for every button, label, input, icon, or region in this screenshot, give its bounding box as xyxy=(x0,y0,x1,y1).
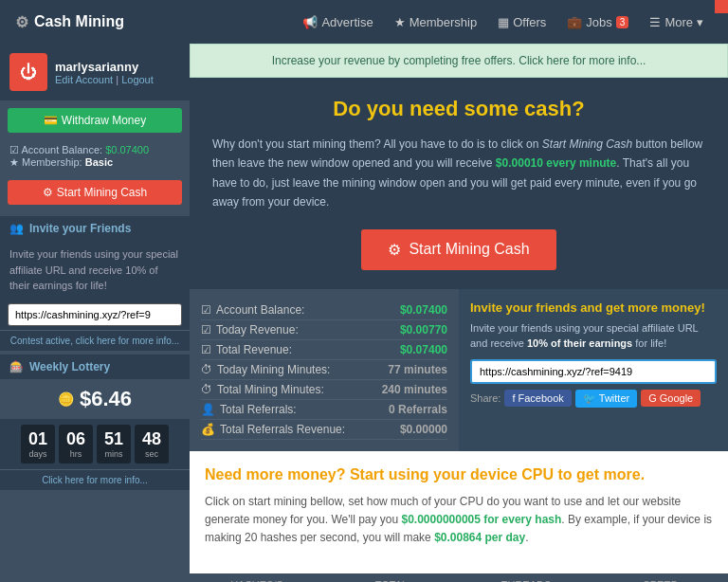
main-content: Increase your revenue by completing free… xyxy=(190,44,728,582)
google-icon: G xyxy=(648,392,657,404)
hamburger-icon: ☰ xyxy=(649,15,661,29)
stat-row: 👤Total Referrals:0 Referrals xyxy=(201,400,447,420)
nav-advertise[interactable]: 📢 Advertise xyxy=(293,9,382,35)
stat-icon: ☑ xyxy=(201,323,211,336)
sidebar-invite-input-wrap xyxy=(8,303,182,326)
stat-row: ☑Total Revenue:$0.07400 xyxy=(201,340,447,360)
power-icon: ⏻ xyxy=(20,63,37,82)
stat-label: ☑Account Balance: xyxy=(201,303,304,317)
share-facebook-button[interactable]: f Facebook xyxy=(504,390,571,407)
hero-paragraph: Why don't you start mining them? All you… xyxy=(212,135,705,212)
sidebar-invite-section: 👥 Invite your Friends Invite your friend… xyxy=(0,216,190,351)
users-icon: 👥 xyxy=(9,222,24,235)
stat-row: 💰Total Referrals Revenue:$0.00000 xyxy=(201,420,447,440)
header-threads: THREADS xyxy=(459,573,593,582)
countdown-days: 01 days xyxy=(21,425,55,464)
stat-label: 💰Total Referrals Revenue: xyxy=(201,423,345,436)
gear-icon-sm: ⚙ xyxy=(43,186,53,199)
star-icon: ★ xyxy=(394,15,406,29)
stat-icon: ⏱ xyxy=(201,363,212,376)
profile-name: marlysarianny xyxy=(55,60,154,74)
stat-row: ☑Account Balance:$0.07400 xyxy=(201,300,447,320)
nav-more[interactable]: ☰ More ▾ xyxy=(640,9,713,35)
nav-jobs[interactable]: 💼 Jobs 3 xyxy=(557,9,638,35)
share-label: Share: xyxy=(470,392,500,404)
lottery-more-link[interactable]: Click here for more info... xyxy=(0,469,190,490)
gear-icon: ⚙ xyxy=(15,13,28,31)
stat-icon: 💰 xyxy=(201,423,215,436)
sidebar: ⏻ marlysarianny Edit Account | Logout 💳 … xyxy=(0,44,190,582)
sidebar-account-info: ☑ Account Balance: $0.07400 ★ Membership… xyxy=(0,140,190,173)
stat-value: 240 minutes xyxy=(382,383,447,396)
stat-icon: 👤 xyxy=(201,403,215,416)
invite-panel-title: Invite your friends and get more money! xyxy=(470,300,717,315)
countdown-secs: 48 sec xyxy=(135,425,169,464)
corner-decoration xyxy=(715,0,728,13)
stat-icon: ⏱ xyxy=(201,383,212,396)
edit-account-link[interactable]: Edit Account xyxy=(55,74,113,85)
cpu-table: HASHES/S TOTAL THREADS SPEED 0 0 8 − / +… xyxy=(190,573,728,582)
stat-row: ⏱Today Mining Minutes:77 minutes xyxy=(201,360,447,380)
top-nav: ⚙ Cash Mining 📢 Advertise ★ Membership ▦… xyxy=(0,0,728,44)
wallet-icon: 💳 xyxy=(44,114,58,127)
invite-description: Invite your friends using your special a… xyxy=(0,241,190,300)
lottery-amount: 🪙 $6.46 xyxy=(0,379,190,419)
invite-panel: Invite your friends and get more money! … xyxy=(459,289,728,451)
countdown-mins: 51 mins xyxy=(97,425,131,464)
stat-value: 77 minutes xyxy=(388,363,447,376)
stat-label: ☑Total Revenue: xyxy=(201,343,292,356)
header-hashes: HASHES/S xyxy=(190,573,324,582)
sidebar-invite-input[interactable] xyxy=(8,303,182,326)
nav-offers[interactable]: ▦ Offers xyxy=(488,9,555,35)
countdown-hrs: 06 hrs xyxy=(59,425,93,464)
lottery-header: 🎰 Weekly Lottery xyxy=(0,355,190,379)
share-row: Share: f Facebook 🐦 Twitter G Google xyxy=(470,390,717,408)
chevron-down-icon: ▾ xyxy=(697,15,703,29)
invite-section-header: 👥 Invite your Friends xyxy=(0,216,190,241)
invite-panel-text: Invite your friends using your special a… xyxy=(470,320,717,352)
advertise-icon: 📢 xyxy=(302,15,318,29)
facebook-icon: f xyxy=(512,392,515,404)
stat-value: $0.07400 xyxy=(400,303,447,317)
hero-section: Do you need some cash? Why don't you sta… xyxy=(190,78,728,289)
start-mining-sidebar-button[interactable]: ⚙ Start Mining Cash xyxy=(8,180,182,205)
profile-links: Edit Account | Logout xyxy=(55,74,154,85)
header-total: TOTAL xyxy=(324,573,459,582)
sidebar-contest-link[interactable]: Contest active, click here for more info… xyxy=(0,330,190,351)
start-mining-main-button[interactable]: ⚙ Start Mining Cash xyxy=(361,229,555,270)
hero-title: Do you need some cash? xyxy=(212,97,705,121)
avatar: ⏻ xyxy=(9,53,47,91)
brand: ⚙ Cash Mining xyxy=(15,13,124,31)
stat-label: ⏱Today Mining Minutes: xyxy=(201,363,330,376)
stat-icon: ☑ xyxy=(201,303,211,317)
withdraw-button[interactable]: 💳 Withdraw Money xyxy=(8,108,182,133)
stat-label: 👤Total Referrals: xyxy=(201,403,297,416)
cpu-section: Need more money? Start using your device… xyxy=(190,451,728,574)
balance-icon: ☑ xyxy=(9,144,19,155)
jobs-icon: 💼 xyxy=(567,15,582,29)
share-twitter-button[interactable]: 🐦 Twitter xyxy=(575,390,637,408)
logout-link[interactable]: Logout xyxy=(121,74,154,85)
sidebar-profile: ⏻ marlysarianny Edit Account | Logout xyxy=(0,44,190,100)
gear-icon-main: ⚙ xyxy=(388,241,401,259)
jobs-badge: 3 xyxy=(616,16,629,28)
coin-icon: 🪙 xyxy=(58,391,74,407)
stats-panel: ☑Account Balance:$0.07400☑Today Revenue:… xyxy=(190,289,459,451)
lottery-countdown: 01 days 06 hrs 51 mins 48 sec xyxy=(0,419,190,469)
info-bar[interactable]: Increase your revenue by completing free… xyxy=(190,44,728,78)
stat-icon: ☑ xyxy=(201,343,211,356)
invite-panel-input[interactable] xyxy=(470,359,717,384)
share-google-button[interactable]: G Google xyxy=(641,390,701,407)
cpu-title: Need more money? Start using your device… xyxy=(205,466,713,483)
stat-value: 0 Referrals xyxy=(389,403,447,416)
nav-membership[interactable]: ★ Membership xyxy=(385,9,487,35)
header-speed: SPEED xyxy=(593,573,728,582)
offers-icon: ▦ xyxy=(498,15,509,29)
stat-label: ⏱Total Mining Minutes: xyxy=(201,383,324,396)
cpu-description: Click on start mining bellow, set how mu… xyxy=(205,493,713,548)
stat-label: ☑Today Revenue: xyxy=(201,323,299,336)
lottery-icon: 🎰 xyxy=(9,360,24,373)
stat-value: $0.00770 xyxy=(400,323,447,336)
star-icon-sm: ★ xyxy=(9,156,19,168)
stat-row: ⏱Total Mining Minutes:240 minutes xyxy=(201,380,447,400)
